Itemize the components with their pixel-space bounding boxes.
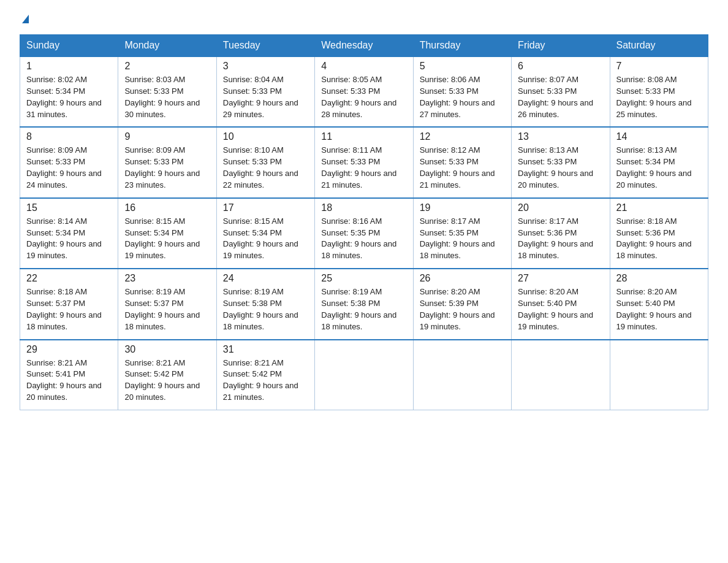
calendar-day-cell	[610, 340, 708, 410]
day-number: 20	[518, 202, 603, 213]
day-info: Sunrise: 8:05 AMSunset: 5:33 PMDaylight:…	[321, 74, 406, 120]
weekday-header-friday: Friday	[512, 35, 610, 57]
day-number: 4	[321, 61, 406, 72]
day-info: Sunrise: 8:17 AMSunset: 5:36 PMDaylight:…	[518, 216, 603, 262]
day-info: Sunrise: 8:21 AMSunset: 5:42 PMDaylight:…	[124, 358, 210, 404]
day-info: Sunrise: 8:20 AMSunset: 5:39 PMDaylight:…	[420, 286, 505, 332]
day-number: 15	[26, 202, 112, 213]
day-number: 25	[321, 273, 406, 284]
logo	[20, 15, 29, 23]
day-number: 23	[124, 273, 210, 284]
calendar-day-cell: 14 Sunrise: 8:13 AMSunset: 5:34 PMDaylig…	[610, 127, 708, 197]
day-info: Sunrise: 8:09 AMSunset: 5:33 PMDaylight:…	[124, 145, 210, 191]
day-info: Sunrise: 8:15 AMSunset: 5:34 PMDaylight:…	[124, 216, 210, 262]
calendar-day-cell: 27 Sunrise: 8:20 AMSunset: 5:40 PMDaylig…	[512, 269, 610, 339]
day-number: 31	[223, 344, 308, 355]
calendar-day-cell: 16 Sunrise: 8:15 AMSunset: 5:34 PMDaylig…	[118, 198, 216, 269]
day-number: 12	[420, 131, 505, 142]
calendar-week-row: 22 Sunrise: 8:18 AMSunset: 5:37 PMDaylig…	[20, 269, 708, 339]
day-number: 16	[124, 202, 210, 213]
day-info: Sunrise: 8:13 AMSunset: 5:34 PMDaylight:…	[616, 145, 702, 191]
calendar-day-cell: 5 Sunrise: 8:06 AMSunset: 5:33 PMDayligh…	[413, 56, 511, 127]
calendar-day-cell: 13 Sunrise: 8:13 AMSunset: 5:33 PMDaylig…	[512, 127, 610, 197]
weekday-header-row: SundayMondayTuesdayWednesdayThursdayFrid…	[20, 35, 708, 57]
day-info: Sunrise: 8:18 AMSunset: 5:37 PMDaylight:…	[26, 286, 112, 332]
weekday-header-tuesday: Tuesday	[216, 35, 314, 57]
day-number: 17	[223, 202, 308, 213]
day-info: Sunrise: 8:06 AMSunset: 5:33 PMDaylight:…	[420, 74, 505, 120]
day-number: 11	[321, 131, 406, 142]
day-info: Sunrise: 8:19 AMSunset: 5:37 PMDaylight:…	[124, 286, 210, 332]
day-number: 6	[518, 61, 603, 72]
day-number: 8	[26, 131, 112, 142]
day-info: Sunrise: 8:19 AMSunset: 5:38 PMDaylight:…	[321, 286, 406, 332]
calendar-day-cell: 26 Sunrise: 8:20 AMSunset: 5:39 PMDaylig…	[413, 269, 511, 339]
calendar-day-cell: 12 Sunrise: 8:12 AMSunset: 5:33 PMDaylig…	[413, 127, 511, 197]
day-info: Sunrise: 8:17 AMSunset: 5:35 PMDaylight:…	[420, 216, 505, 262]
calendar-day-cell: 11 Sunrise: 8:11 AMSunset: 5:33 PMDaylig…	[315, 127, 413, 197]
day-number: 7	[616, 61, 702, 72]
day-info: Sunrise: 8:18 AMSunset: 5:36 PMDaylight:…	[616, 216, 702, 262]
day-number: 28	[616, 273, 702, 284]
day-number: 22	[26, 273, 112, 284]
weekday-header-saturday: Saturday	[610, 35, 708, 57]
day-number: 9	[124, 131, 210, 142]
day-number: 19	[420, 202, 505, 213]
weekday-header-monday: Monday	[118, 35, 216, 57]
day-number: 14	[616, 131, 702, 142]
day-number: 13	[518, 131, 603, 142]
day-number: 24	[223, 273, 308, 284]
day-info: Sunrise: 8:08 AMSunset: 5:33 PMDaylight:…	[616, 74, 702, 120]
weekday-header-wednesday: Wednesday	[315, 35, 413, 57]
day-number: 21	[616, 202, 702, 213]
day-info: Sunrise: 8:11 AMSunset: 5:33 PMDaylight:…	[321, 145, 406, 191]
day-info: Sunrise: 8:14 AMSunset: 5:34 PMDaylight:…	[26, 216, 112, 262]
calendar-day-cell: 25 Sunrise: 8:19 AMSunset: 5:38 PMDaylig…	[315, 269, 413, 339]
day-info: Sunrise: 8:15 AMSunset: 5:34 PMDaylight:…	[223, 216, 308, 262]
day-number: 1	[26, 61, 112, 72]
calendar-day-cell: 23 Sunrise: 8:19 AMSunset: 5:37 PMDaylig…	[118, 269, 216, 339]
calendar-day-cell: 4 Sunrise: 8:05 AMSunset: 5:33 PMDayligh…	[315, 56, 413, 127]
day-info: Sunrise: 8:20 AMSunset: 5:40 PMDaylight:…	[518, 286, 603, 332]
day-number: 18	[321, 202, 406, 213]
calendar-day-cell: 15 Sunrise: 8:14 AMSunset: 5:34 PMDaylig…	[20, 198, 118, 269]
day-info: Sunrise: 8:10 AMSunset: 5:33 PMDaylight:…	[223, 145, 308, 191]
day-number: 10	[223, 131, 308, 142]
day-number: 2	[124, 61, 210, 72]
page-header	[20, 15, 708, 23]
calendar-day-cell: 31 Sunrise: 8:21 AMSunset: 5:42 PMDaylig…	[216, 340, 314, 410]
calendar-day-cell: 17 Sunrise: 8:15 AMSunset: 5:34 PMDaylig…	[216, 198, 314, 269]
calendar-day-cell: 9 Sunrise: 8:09 AMSunset: 5:33 PMDayligh…	[118, 127, 216, 197]
calendar-day-cell: 8 Sunrise: 8:09 AMSunset: 5:33 PMDayligh…	[20, 127, 118, 197]
day-number: 27	[518, 273, 603, 284]
calendar-day-cell: 3 Sunrise: 8:04 AMSunset: 5:33 PMDayligh…	[216, 56, 314, 127]
logo-blue-block	[21, 15, 29, 23]
calendar-day-cell: 7 Sunrise: 8:08 AMSunset: 5:33 PMDayligh…	[610, 56, 708, 127]
calendar-week-row: 8 Sunrise: 8:09 AMSunset: 5:33 PMDayligh…	[20, 127, 708, 197]
calendar-day-cell: 18 Sunrise: 8:16 AMSunset: 5:35 PMDaylig…	[315, 198, 413, 269]
calendar-day-cell	[512, 340, 610, 410]
calendar-day-cell: 29 Sunrise: 8:21 AMSunset: 5:41 PMDaylig…	[20, 340, 118, 410]
day-number: 26	[420, 273, 505, 284]
calendar-week-row: 15 Sunrise: 8:14 AMSunset: 5:34 PMDaylig…	[20, 198, 708, 269]
day-number: 5	[420, 61, 505, 72]
calendar-day-cell: 19 Sunrise: 8:17 AMSunset: 5:35 PMDaylig…	[413, 198, 511, 269]
calendar-day-cell: 1 Sunrise: 8:02 AMSunset: 5:34 PMDayligh…	[20, 56, 118, 127]
day-info: Sunrise: 8:03 AMSunset: 5:33 PMDaylight:…	[124, 74, 210, 120]
day-number: 30	[124, 344, 210, 355]
calendar-day-cell: 2 Sunrise: 8:03 AMSunset: 5:33 PMDayligh…	[118, 56, 216, 127]
day-info: Sunrise: 8:09 AMSunset: 5:33 PMDaylight:…	[26, 145, 112, 191]
weekday-header-thursday: Thursday	[413, 35, 511, 57]
calendar-week-row: 29 Sunrise: 8:21 AMSunset: 5:41 PMDaylig…	[20, 340, 708, 410]
day-info: Sunrise: 8:21 AMSunset: 5:42 PMDaylight:…	[223, 358, 308, 404]
day-info: Sunrise: 8:20 AMSunset: 5:40 PMDaylight:…	[616, 286, 702, 332]
calendar-day-cell: 28 Sunrise: 8:20 AMSunset: 5:40 PMDaylig…	[610, 269, 708, 339]
logo-triangle-icon	[22, 15, 29, 23]
calendar-day-cell: 6 Sunrise: 8:07 AMSunset: 5:33 PMDayligh…	[512, 56, 610, 127]
day-number: 29	[26, 344, 112, 355]
weekday-header-sunday: Sunday	[20, 35, 118, 57]
calendar-day-cell: 21 Sunrise: 8:18 AMSunset: 5:36 PMDaylig…	[610, 198, 708, 269]
calendar-day-cell: 20 Sunrise: 8:17 AMSunset: 5:36 PMDaylig…	[512, 198, 610, 269]
day-info: Sunrise: 8:16 AMSunset: 5:35 PMDaylight:…	[321, 216, 406, 262]
calendar-table: SundayMondayTuesdayWednesdayThursdayFrid…	[20, 34, 708, 410]
